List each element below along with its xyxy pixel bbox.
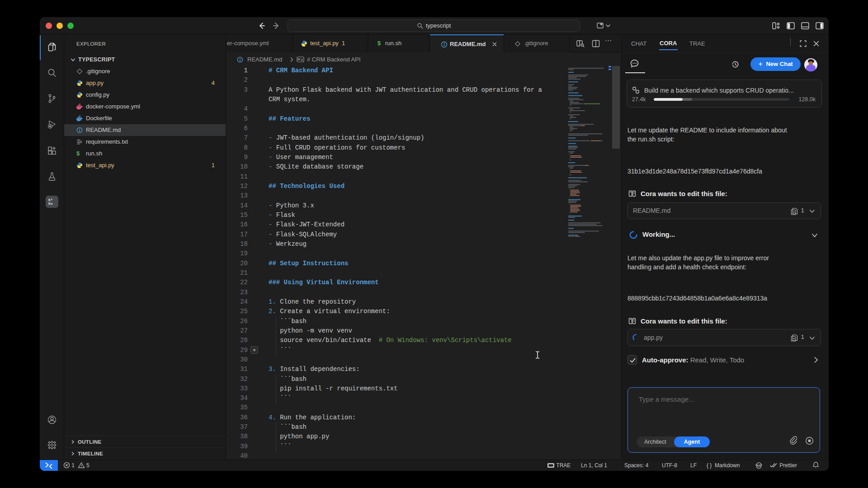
svg-text:Εo: Εo — [48, 202, 53, 206]
